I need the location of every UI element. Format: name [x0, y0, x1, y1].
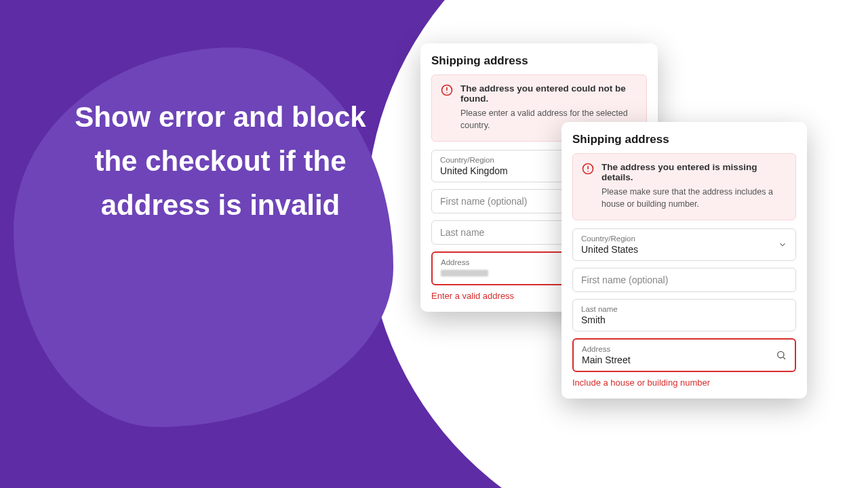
first-name-input[interactable]: First name (optional)	[572, 268, 796, 292]
alert-circle-icon	[581, 162, 595, 176]
svg-point-2	[446, 92, 448, 94]
chevron-down-icon	[778, 240, 787, 249]
alert-title: The address you entered could not be fou…	[460, 83, 638, 104]
alert-circle-icon	[440, 83, 454, 97]
field-label: Country/Region	[581, 235, 787, 243]
alert-body: The address you entered is missing detai…	[601, 162, 787, 210]
checkout-card-missing-details: Shipping address The address you entered…	[561, 122, 807, 399]
address-input[interactable]: Address Main Street	[572, 338, 796, 372]
error-alert: The address you entered is missing detai…	[572, 153, 796, 220]
input-placeholder: First name (optional)	[440, 196, 527, 207]
card-title: Shipping address	[431, 54, 647, 68]
card-title: Shipping address	[572, 133, 796, 146]
address-error-msg: Include a house or building number	[572, 378, 796, 388]
address-value: Main Street	[582, 354, 787, 365]
country-select[interactable]: Country/Region United States	[572, 228, 796, 261]
field-label: Address	[582, 345, 787, 353]
alert-title: The address you entered is missing detai…	[601, 162, 787, 182]
svg-point-6	[778, 352, 784, 358]
country-value: United States	[581, 244, 787, 255]
last-name-value: Smith	[581, 314, 787, 325]
svg-point-5	[587, 171, 589, 172]
headline-text: Show error and block the checkout if the…	[61, 95, 380, 227]
input-placeholder: First name (optional)	[581, 274, 668, 285]
last-name-input[interactable]: Last name Smith	[572, 299, 796, 331]
promo-stage: Show error and block the checkout if the…	[0, 0, 868, 488]
field-label: Last name	[581, 305, 787, 313]
search-icon[interactable]	[776, 350, 787, 361]
redacted-value	[441, 270, 488, 277]
alert-desc: Please make sure that the address includ…	[601, 186, 787, 210]
svg-line-7	[783, 357, 785, 359]
input-placeholder: Last name	[440, 227, 484, 238]
